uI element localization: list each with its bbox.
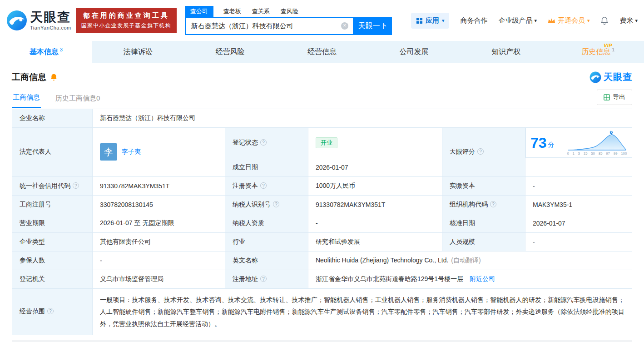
taxpayer-id-value: 91330782MAK3YM351T bbox=[308, 195, 442, 214]
help-icon[interactable]: ? bbox=[477, 148, 484, 155]
section-title: 工商信息 bbox=[12, 71, 46, 83]
business-scope-value: 一般项目：技术服务、技术开发、技术咨询、技术交流、技术转让、技术推广；智能机器人… bbox=[93, 288, 632, 335]
excel-export-icon bbox=[604, 94, 610, 101]
apps-label: 应用 bbox=[426, 16, 439, 25]
business-scope-label: 经营范围? bbox=[12, 288, 93, 335]
english-name-label: 英文名称 bbox=[225, 251, 308, 270]
legal-rep-link[interactable]: 李子夷 bbox=[122, 148, 141, 156]
help-icon[interactable]: ? bbox=[260, 276, 267, 282]
reg-number-label: 工商注册号 bbox=[12, 195, 93, 214]
table-row: 法定代表人 李 李子夷 登记状态? 开业 天眼评分? 73 分 bbox=[12, 128, 632, 158]
company-name-label: 企业名称 bbox=[12, 109, 93, 128]
established-label: 成立日期 bbox=[225, 158, 308, 176]
staff-size-label: 人员规模 bbox=[442, 232, 525, 251]
tab-history-info[interactable]: VIP 历史信息1 bbox=[552, 41, 644, 63]
score-label: 天眼评分? bbox=[442, 128, 525, 177]
search-tab-relation[interactable]: 查关系 bbox=[251, 6, 271, 17]
industry-label: 行业 bbox=[225, 232, 308, 251]
tab-count: 1 bbox=[612, 47, 614, 52]
nearby-companies-link[interactable]: 附近公司 bbox=[470, 275, 495, 282]
legal-rep-label: 法定代表人 bbox=[12, 128, 93, 177]
search-tab-company[interactable]: 查公司 bbox=[185, 6, 213, 17]
english-name-value: Neolithic Huida (Zhejiang) Technology Co… bbox=[308, 251, 632, 270]
tianyancha-logo[interactable]: 天眼查 TianYanCha.com bbox=[6, 10, 71, 31]
business-cooperation-link[interactable]: 商务合作 bbox=[460, 16, 487, 25]
tab-legal-litigation[interactable]: 法律诉讼 bbox=[92, 41, 184, 63]
legal-rep-avatar[interactable]: 李 bbox=[100, 143, 117, 161]
industry-value: 研究和试验发展 bbox=[308, 232, 442, 251]
crown-icon bbox=[548, 18, 555, 24]
subtab-business-info[interactable]: 工商信息 bbox=[12, 91, 41, 108]
open-vip-link[interactable]: 开通会员 ▾ bbox=[548, 16, 590, 25]
legal-rep-value: 李 李子夷 bbox=[93, 128, 225, 177]
tianyancha-watermark: 天眼查 bbox=[590, 71, 632, 83]
insured-count-label: 参保人数 bbox=[12, 251, 93, 270]
user-menu[interactable]: 费米 ▾ bbox=[619, 16, 638, 25]
table-row: 企业类型 其他有限责任公司 行业 研究和试验发展 人员规模 - bbox=[12, 232, 632, 251]
business-term-label: 营业期限 bbox=[12, 214, 93, 232]
help-icon[interactable]: ? bbox=[260, 139, 267, 146]
business-term-value: 2026-01-07 至 无固定期限 bbox=[93, 214, 225, 232]
grid-icon bbox=[416, 17, 423, 24]
table-row: 统一社会信用代码? 91330782MAK3YM351T 注册资本? 1000万… bbox=[12, 176, 632, 195]
slogan-line1: 都在用的商业查询工具 bbox=[81, 11, 171, 20]
insured-count-value: - bbox=[93, 251, 225, 270]
search-input[interactable] bbox=[186, 22, 353, 30]
help-icon[interactable]: ? bbox=[47, 308, 54, 314]
table-row: 登记机关 义乌市市场监督管理局 注册地址? 浙江省金华市义乌市北苑街道春晗路12… bbox=[12, 270, 632, 288]
subtab-history-business-info[interactable]: 历史工商信息0 bbox=[54, 91, 101, 108]
top-header: 天眼查 TianYanCha.com 都在用的商业查询工具 国家中小企业发展子基… bbox=[0, 0, 644, 41]
reg-authority-label: 登记机关 bbox=[12, 270, 93, 288]
help-icon[interactable]: ? bbox=[260, 182, 267, 189]
approval-date-label: 核准日期 bbox=[442, 214, 525, 232]
slogan-banner: 都在用的商业查询工具 国家中小企业发展子基金旗下机构 bbox=[76, 8, 177, 33]
apps-button[interactable]: 应用 ▾ bbox=[411, 13, 450, 29]
main-content: 工商信息 天眼查 工商信息 历史工商信息0 导出 bbox=[0, 71, 644, 342]
help-icon[interactable]: ? bbox=[273, 201, 279, 207]
company-name-value: 新石器慧达（浙江）科技有限公司 bbox=[93, 109, 632, 128]
status-badge: 开业 bbox=[316, 137, 337, 148]
chevron-down-icon: ▾ bbox=[442, 18, 445, 24]
brand-name: 天眼查 bbox=[30, 11, 71, 24]
score-number: 73 bbox=[530, 136, 547, 150]
search-tabs: 查公司 查老板 查关系 查风险 bbox=[185, 6, 392, 17]
reg-address-label: 注册地址? bbox=[225, 270, 308, 288]
search-area: 查公司 查老板 查关系 查风险 × 天眼一下 bbox=[185, 6, 392, 35]
help-icon[interactable]: ? bbox=[73, 182, 79, 189]
search-tab-risk[interactable]: 查风险 bbox=[280, 6, 299, 17]
table-row: 经营范围? 一般项目：技术服务、技术开发、技术咨询、技术交流、技术转让、技术推广… bbox=[12, 288, 632, 335]
credit-code-value: 91330782MAK3YM351T bbox=[93, 176, 225, 195]
bell-icon bbox=[50, 73, 58, 81]
tab-operation-info[interactable]: 经营信息 bbox=[276, 41, 368, 63]
approval-date-value: 2026-01-07 bbox=[525, 214, 632, 232]
vip-badge: VIP bbox=[604, 43, 612, 48]
score-distribution-chart: 01 315 5085 9799 100 bbox=[567, 130, 627, 156]
table-row: 企业名称 新石器慧达（浙江）科技有限公司 bbox=[12, 109, 632, 128]
chevron-down-icon: ▾ bbox=[635, 18, 638, 24]
score-unit: 分 bbox=[548, 141, 555, 149]
tab-basic-info[interactable]: 基本信息3 bbox=[0, 41, 92, 63]
notification-bell-button[interactable] bbox=[600, 16, 609, 25]
export-button[interactable]: 导出 bbox=[597, 90, 632, 105]
score-curve bbox=[567, 130, 627, 151]
table-row: 营业期限 2026-01-07 至 无固定期限 纳税人资质 - 核准日期 202… bbox=[12, 214, 632, 232]
enterprise-products-link[interactable]: 企业级产品 ▾ bbox=[498, 16, 537, 25]
clear-search-icon[interactable]: × bbox=[341, 22, 348, 30]
section-divider bbox=[12, 340, 632, 342]
header-menu: 应用 ▾ 商务合作 企业级产品 ▾ 开通会员 ▾ 费米 ▾ bbox=[411, 13, 638, 29]
help-icon[interactable]: ? bbox=[490, 201, 496, 207]
search-tab-boss[interactable]: 查老板 bbox=[223, 6, 242, 17]
tianyancha-eye-icon bbox=[6, 10, 27, 31]
tab-operation-risk[interactable]: 经营风险 bbox=[184, 41, 276, 63]
table-row: 工商注册号 330782008130145 纳税人识别号? 91330782MA… bbox=[12, 195, 632, 214]
company-type-label: 企业类型 bbox=[12, 232, 93, 251]
tab-intellectual-property[interactable]: 知识产权 bbox=[460, 41, 552, 63]
chevron-down-icon: ▾ bbox=[587, 18, 590, 24]
reg-number-value: 330782008130145 bbox=[93, 195, 225, 214]
reg-status-label: 登记状态? bbox=[225, 128, 308, 158]
credit-code-label: 统一社会信用代码? bbox=[12, 176, 93, 195]
company-section-nav: 基本信息3 法律诉讼 经营风险 经营信息 公司发展 知识产权 VIP 历史信息1 bbox=[0, 41, 644, 63]
tab-company-development[interactable]: 公司发展 bbox=[368, 41, 460, 63]
monitor-bell-button[interactable] bbox=[50, 73, 58, 81]
search-button[interactable]: 天眼一下 bbox=[354, 17, 392, 35]
